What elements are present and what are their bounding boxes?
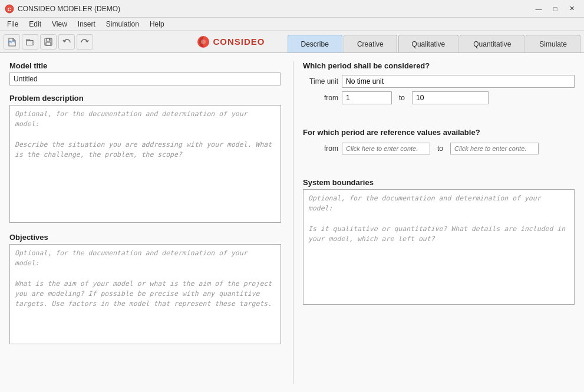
left-panel: Model title Problem description Objectiv… [9, 61, 293, 384]
time-unit-select[interactable]: No time unit Days Weeks Months Years [342, 75, 575, 88]
svg-text:C: C [8, 6, 12, 12]
problem-section: Problem description [9, 94, 281, 225]
ref-from-label: from [303, 144, 338, 153]
menu-insert[interactable]: Insert [73, 19, 100, 29]
from-to-row: from to [303, 91, 575, 104]
title-bar: C CONSIDEO MODELER (DEMO) — □ ✕ [0, 0, 584, 18]
from-label: from [303, 94, 338, 102]
system-boundaries-label: System boundaries [303, 178, 575, 187]
maximize-button[interactable]: □ [547, 3, 563, 15]
ref-to-label: to [437, 144, 443, 153]
menu-simulation[interactable]: Simulation [101, 19, 144, 29]
logo-text: CONSIDEO [213, 37, 265, 47]
ref-values-title: For which period are reference values av… [303, 128, 575, 137]
app-logo: CONSIDEO [187, 33, 275, 51]
svg-point-7 [201, 39, 206, 44]
tab-qualitative[interactable]: Qualitative [398, 35, 459, 52]
right-panel: Which period shall be considered? Time u… [293, 61, 575, 384]
svg-rect-4 [46, 42, 51, 45]
main-content: Model title Problem description Objectiv… [0, 53, 584, 392]
redo-button[interactable] [77, 34, 93, 50]
tab-quantitative[interactable]: Quantitative [460, 35, 524, 52]
system-boundaries-section: System boundaries [303, 178, 575, 384]
menu-edit[interactable]: Edit [24, 19, 46, 29]
model-title-input[interactable] [9, 73, 281, 85]
save-button[interactable] [40, 34, 57, 50]
menu-file[interactable]: File [2, 19, 23, 29]
time-unit-row: Time unit No time unit Days Weeks Months… [303, 75, 575, 88]
objectives-section: Objectives [9, 233, 281, 384]
from-input[interactable] [342, 91, 392, 104]
period-section: Which period shall be considered? Time u… [303, 61, 575, 108]
tab-describe[interactable]: Describe [288, 35, 342, 52]
to-input[interactable] [412, 91, 489, 104]
menu-help[interactable]: Help [145, 19, 169, 29]
system-boundaries-textarea[interactable] [303, 189, 575, 305]
ref-to-input[interactable] [450, 143, 539, 154]
tab-simulate[interactable]: Simulate [526, 35, 580, 52]
window-controls: — □ ✕ [531, 3, 579, 15]
ref-values-section: For which period are reference values av… [303, 128, 575, 158]
minimize-button[interactable]: — [531, 3, 546, 15]
objectives-textarea[interactable] [9, 244, 281, 344]
objectives-label: Objectives [9, 233, 281, 242]
period-title: Which period shall be considered? [303, 61, 575, 70]
model-title-section: Model title [9, 61, 281, 85]
tab-creative[interactable]: Creative [344, 35, 397, 52]
open-button[interactable] [22, 34, 38, 50]
toolbar [0, 31, 97, 52]
model-title-label: Model title [9, 61, 281, 70]
menu-view[interactable]: View [47, 19, 72, 29]
time-unit-label: Time unit [303, 77, 338, 85]
ref-from-to-row: from to [303, 143, 575, 154]
menu-bar: File Edit View Insert Simulation Help [0, 18, 584, 31]
navigation-tabs: Describe Creative Qualitative Quantitati… [284, 31, 584, 52]
window-title: CONSIDEO MODELER (DEMO) [18, 5, 120, 13]
svg-rect-5 [49, 38, 50, 40]
problem-label: Problem description [9, 94, 281, 103]
close-button[interactable]: ✕ [564, 3, 579, 15]
problem-textarea[interactable] [9, 105, 281, 223]
new-button[interactable] [4, 34, 20, 50]
toolbar-tabs-row: CONSIDEO Describe Creative Qualitative Q… [0, 31, 584, 53]
ref-from-input[interactable] [342, 143, 430, 154]
app-icon: C [5, 4, 14, 14]
to-label: to [399, 94, 405, 102]
undo-button[interactable] [58, 34, 75, 50]
